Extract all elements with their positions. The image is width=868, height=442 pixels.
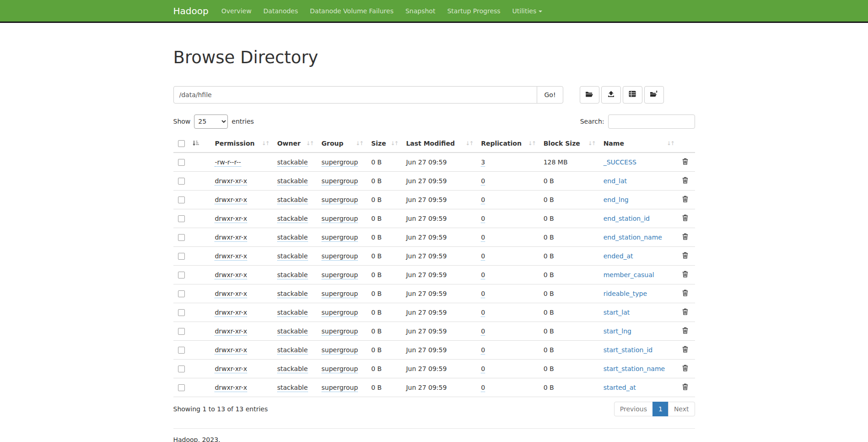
owner-value[interactable]: stackable [277,290,308,298]
paste-button[interactable] [644,86,664,104]
permission-value[interactable]: drwxr-xr-x [215,177,247,186]
owner-value[interactable]: stackable [277,365,308,373]
file-name-link[interactable]: end_lat [604,177,627,185]
permission-value[interactable]: drwxr-xr-x [215,196,247,204]
create-directory-button[interactable] [580,86,599,104]
permission-value[interactable]: drwxr-xr-x [215,309,247,317]
select-all-checkbox[interactable] [178,140,185,147]
delete-file-button[interactable] [682,383,688,390]
delete-file-button[interactable] [682,196,688,202]
owner-value[interactable]: stackable [277,177,308,186]
group-value[interactable]: supergroup [322,215,358,223]
select-all-header[interactable] [173,135,211,153]
row-checkbox[interactable] [178,290,185,297]
row-checkbox[interactable] [178,159,185,166]
group-value[interactable]: supergroup [322,158,358,167]
row-checkbox[interactable] [178,215,185,222]
row-checkbox[interactable] [178,384,185,391]
owner-value[interactable]: stackable [277,158,308,167]
owner-value[interactable]: stackable [277,271,308,279]
nav-datanode-volume-failures[interactable]: Datanode Volume Failures [304,0,399,22]
col-header-name[interactable]: Name↓↑ [600,135,679,153]
file-name-link[interactable]: start_station_id [604,346,653,354]
col-header-size[interactable]: Size↓↑ [367,135,402,153]
group-value[interactable]: supergroup [322,365,358,373]
owner-value[interactable]: stackable [277,252,308,261]
delete-file-button[interactable] [682,365,688,371]
permission-value[interactable]: drwxr-xr-x [215,271,247,279]
delete-file-button[interactable] [682,346,688,353]
owner-value[interactable]: stackable [277,309,308,317]
group-value[interactable]: supergroup [322,271,358,279]
col-header-block-size[interactable]: Block Size↓↑ [540,135,600,153]
upload-files-button[interactable] [601,86,621,104]
file-name-link[interactable]: rideable_type [604,290,647,297]
replication-value[interactable]: 0 [481,177,485,186]
replication-value[interactable]: 0 [481,365,485,373]
replication-value[interactable]: 0 [481,196,485,204]
replication-value[interactable]: 0 [481,290,485,298]
nav-snapshot[interactable]: Snapshot [399,0,441,22]
delete-file-button[interactable] [682,252,688,259]
permission-value[interactable]: drwxr-xr-x [215,290,247,298]
group-value[interactable]: supergroup [322,309,358,317]
delete-file-button[interactable] [682,177,688,184]
replication-value[interactable]: 3 [481,158,485,167]
delete-file-button[interactable] [682,271,688,278]
permission-value[interactable]: drwxr-xr-x [215,215,247,223]
delete-file-button[interactable] [682,289,688,296]
owner-value[interactable]: stackable [277,346,308,355]
delete-file-button[interactable] [682,214,688,221]
file-name-link[interactable]: end_station_name [604,234,662,241]
permission-value[interactable]: drwxr-xr-x [215,365,247,373]
col-header-last-modified[interactable]: Last Modified↓↑ [402,135,477,153]
file-name-link[interactable]: end_lng [604,196,629,203]
owner-value[interactable]: stackable [277,234,308,242]
row-checkbox[interactable] [178,347,185,354]
file-name-link[interactable]: start_station_name [604,365,665,372]
group-value[interactable]: supergroup [322,252,358,261]
owner-value[interactable]: stackable [277,384,308,392]
row-checkbox[interactable] [178,234,185,241]
page-size-select[interactable]: 25 [194,115,228,129]
col-header-permission[interactable]: Permission↓↑ [211,135,273,153]
permission-value[interactable]: drwxr-xr-x [215,346,247,355]
file-name-link[interactable]: start_lat [604,309,630,316]
replication-value[interactable]: 0 [481,234,485,242]
search-input[interactable] [608,115,695,129]
group-value[interactable]: supergroup [322,290,358,298]
row-checkbox[interactable] [178,196,185,203]
replication-value[interactable]: 0 [481,252,485,261]
file-name-link[interactable]: start_lng [604,327,631,335]
file-name-link[interactable]: member_casual [604,271,654,278]
delete-file-button[interactable] [682,308,688,315]
permission-value[interactable]: -rw-r--r-- [215,158,241,167]
row-checkbox[interactable] [178,178,185,185]
col-header-owner[interactable]: Owner↓↑ [274,135,318,153]
replication-value[interactable]: 0 [481,271,485,279]
brand-hadoop[interactable]: Hadoop [173,5,216,16]
group-value[interactable]: supergroup [322,327,358,336]
file-name-link[interactable]: _SUCCESS [604,158,636,166]
replication-value[interactable]: 0 [481,309,485,317]
col-header-group[interactable]: Group↓↑ [318,135,368,153]
file-name-link[interactable]: ended_at [604,252,633,260]
replication-value[interactable]: 0 [481,384,485,392]
row-checkbox[interactable] [178,272,185,278]
group-value[interactable]: supergroup [322,234,358,242]
file-name-link[interactable]: end_station_id [604,215,650,222]
group-value[interactable]: supergroup [322,196,358,204]
row-checkbox[interactable] [178,328,185,335]
col-header-replication[interactable]: Replication↓↑ [477,135,540,153]
row-checkbox[interactable] [178,366,185,372]
file-name-link[interactable]: started_at [604,384,636,391]
group-value[interactable]: supergroup [322,346,358,355]
go-button[interactable]: Go! [537,86,563,104]
list-button[interactable] [623,86,642,104]
pagination-previous[interactable]: Previous [614,402,653,416]
nav-startup-progress[interactable]: Startup Progress [441,0,506,22]
group-value[interactable]: supergroup [322,177,358,186]
nav-datanodes[interactable]: Datanodes [258,0,304,22]
row-checkbox[interactable] [178,309,185,316]
pagination-next[interactable]: Next [668,402,695,416]
